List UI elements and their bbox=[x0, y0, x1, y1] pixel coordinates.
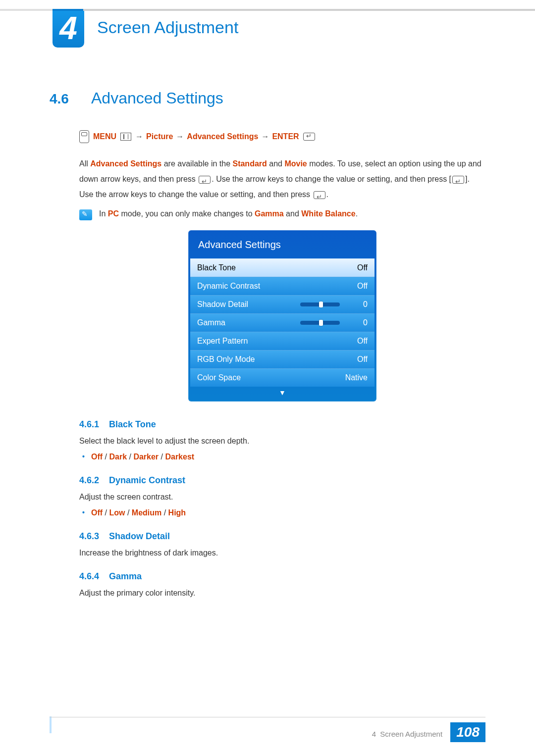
subsection-number: 4.6.2 bbox=[79, 475, 99, 486]
advanced-label: Advanced Settings bbox=[187, 132, 258, 141]
subsection-body: Adjust the screen contrast. bbox=[79, 493, 485, 502]
chapter-number-badge: 4 bbox=[53, 11, 84, 48]
subsection-number: 4.6.4 bbox=[79, 571, 99, 582]
note-icon bbox=[79, 209, 92, 220]
menu-path: MENU → Picture → Advanced Settings → ENT… bbox=[79, 130, 485, 143]
enter-icon bbox=[452, 176, 464, 184]
subsection-number: 4.6.3 bbox=[79, 531, 99, 542]
osd-item-value: Off bbox=[345, 337, 368, 346]
page-footer: 4 Screen Adjustment 108 bbox=[50, 717, 485, 742]
osd-item-value: Native bbox=[345, 373, 368, 382]
osd-slider[interactable] bbox=[300, 321, 340, 325]
subsection-gamma: 4.6.4 Gamma Adjust the primary color int… bbox=[79, 571, 485, 598]
footer-chapter-number: 4 bbox=[372, 730, 376, 738]
subsection-title: Shadow Detail bbox=[109, 531, 170, 542]
osd-more-indicator: ▼ bbox=[190, 387, 374, 397]
subsection-title: Dynamic Contrast bbox=[109, 475, 185, 486]
osd-item-label: Color Space bbox=[197, 373, 241, 382]
osd-item-value: Off bbox=[345, 263, 368, 272]
osd-item-label: Expert Pattern bbox=[197, 337, 248, 346]
subsection-body: Increase the brightness of dark images. bbox=[79, 549, 485, 557]
footer-chapter-title: Screen Adjustment bbox=[380, 730, 442, 738]
picture-label: Picture bbox=[146, 132, 173, 141]
section-number: 4.6 bbox=[50, 91, 79, 107]
osd-slider[interactable] bbox=[300, 302, 340, 306]
subsection-number: 4.6.1 bbox=[79, 419, 99, 430]
osd-title: Advanced Settings bbox=[190, 232, 374, 258]
intro-paragraph: All Advanced Settings are available in t… bbox=[79, 156, 485, 202]
menu-label: MENU bbox=[93, 132, 116, 141]
osd-item[interactable]: Black ToneOff bbox=[190, 258, 374, 277]
osd-item-value: 0 bbox=[345, 300, 368, 309]
osd-item[interactable]: Expert PatternOff bbox=[190, 332, 374, 350]
osd-item[interactable]: Gamma0 bbox=[190, 313, 374, 332]
enter-label: ENTER bbox=[272, 132, 299, 141]
option-list: Off / Dark / Darker / Darkest bbox=[91, 453, 485, 461]
section-title: Advanced Settings bbox=[91, 89, 223, 107]
osd-item[interactable]: RGB Only ModeOff bbox=[190, 350, 374, 368]
osd-item-value: 0 bbox=[345, 318, 368, 327]
osd-item-value: Off bbox=[345, 355, 368, 364]
page-number: 108 bbox=[450, 722, 485, 742]
section-heading: 4.6 Advanced Settings bbox=[50, 89, 485, 107]
subsection-title: Black Tone bbox=[109, 419, 156, 430]
osd-panel: Advanced Settings Black ToneOffDynamic C… bbox=[188, 230, 376, 402]
remote-icon bbox=[79, 130, 89, 143]
osd-item-label: Gamma bbox=[197, 318, 225, 327]
subsection-black-tone: 4.6.1 Black Tone Select the black level … bbox=[79, 419, 485, 461]
subsection-body: Adjust the primary color intensity. bbox=[79, 589, 485, 598]
subsection-dynamic-contrast: 4.6.2 Dynamic Contrast Adjust the screen… bbox=[79, 475, 485, 517]
enter-icon bbox=[199, 176, 211, 184]
menu-icon bbox=[120, 133, 131, 141]
option-list: Off / Low / Medium / High bbox=[91, 508, 485, 517]
osd-item-label: Shadow Detail bbox=[197, 300, 248, 309]
osd-item-label: Black Tone bbox=[197, 263, 236, 272]
subsection-title: Gamma bbox=[109, 571, 142, 582]
subsection-shadow-detail: 4.6.3 Shadow Detail Increase the brightn… bbox=[79, 531, 485, 557]
osd-item[interactable]: Color SpaceNative bbox=[190, 368, 374, 387]
osd-item[interactable]: Shadow Detail0 bbox=[190, 295, 374, 313]
chapter-title: Screen Adjustment bbox=[97, 18, 238, 37]
subsection-body: Select the black level to adjust the scr… bbox=[79, 437, 485, 446]
osd-item-label: RGB Only Mode bbox=[197, 355, 255, 364]
enter-icon bbox=[303, 133, 315, 141]
osd-item[interactable]: Dynamic ContrastOff bbox=[190, 277, 374, 295]
osd-item-label: Dynamic Contrast bbox=[197, 282, 260, 291]
osd-item-value: Off bbox=[345, 282, 368, 291]
note: In PC mode, you can only make changes to… bbox=[79, 209, 485, 220]
enter-icon bbox=[314, 191, 325, 199]
